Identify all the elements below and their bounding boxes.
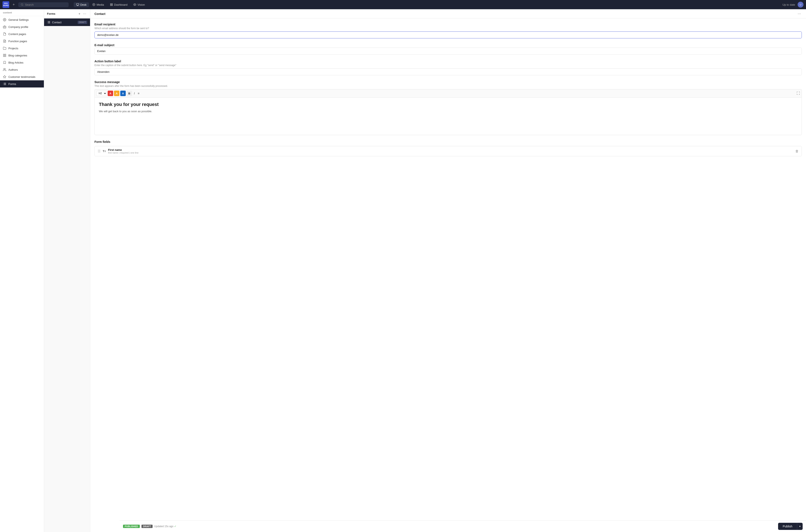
rte-btn-a-blue[interactable]: A bbox=[120, 91, 126, 96]
email-recipient-section: Email recipient Which email address shou… bbox=[94, 23, 802, 38]
main-header: Contact ⋯ bbox=[90, 9, 806, 18]
form-item-name-contact: Contact bbox=[52, 21, 76, 24]
add-button[interactable]: + bbox=[13, 2, 15, 7]
rte-body: We will get back to you as soon as possi… bbox=[99, 110, 798, 113]
form-fields-section: Form fields ☰ Tт First name first name |… bbox=[94, 140, 802, 156]
success-message-hint: This text appears after the form has bee… bbox=[94, 84, 802, 88]
rte-heading-select[interactable]: H2 H1 H3 P bbox=[96, 91, 107, 96]
sidebar-item-content-pages[interactable]: Content pages bbox=[0, 31, 44, 38]
publish-dropdown-button[interactable]: ▾ bbox=[797, 523, 803, 530]
form-fields-title: Form fields bbox=[94, 140, 802, 144]
search-icon bbox=[21, 3, 23, 6]
top-navigation: DFK NORD + Desk Media Dashboard Vision U… bbox=[0, 0, 806, 9]
nav-media[interactable]: Media bbox=[90, 2, 107, 7]
middle-panel-actions: + ⋯ bbox=[78, 11, 87, 16]
field-drag-handle[interactable]: ☰ bbox=[98, 149, 100, 153]
bottom-bar-left: PUBLISHED DRAFT Updated 15s ago ✓ bbox=[123, 525, 176, 528]
field-info-first-name: First name first name | required | one l… bbox=[108, 148, 793, 154]
sidebar-label-projects: Projects bbox=[8, 47, 18, 50]
updated-text: Updated 15s ago ✓ bbox=[154, 525, 176, 528]
svg-point-11 bbox=[134, 4, 135, 5]
svg-rect-13 bbox=[3, 26, 6, 28]
email-recipient-hint: Which email address should the form be s… bbox=[94, 27, 802, 30]
form-field-row-first-name: ☰ Tт First name first name | required | … bbox=[94, 146, 802, 156]
field-type-text-icon: Tт bbox=[102, 150, 106, 153]
sidebar-label-general-settings: General Settings bbox=[8, 18, 29, 21]
sidebar-header: content bbox=[0, 9, 44, 16]
nav-desk[interactable]: Desk bbox=[74, 2, 89, 7]
sidebar-label-function-pages: Function pages bbox=[8, 40, 27, 43]
bottom-bar: PUBLISHED DRAFT Updated 15s ago ✓ Publis… bbox=[120, 520, 806, 532]
sidebar-item-projects[interactable]: Projects bbox=[0, 45, 44, 52]
action-button-label-section: Action button label Enter the caption of… bbox=[94, 60, 802, 75]
vision-icon bbox=[133, 3, 136, 6]
email-recipient-label: Email recipient bbox=[94, 23, 802, 26]
success-message-section: Success message This text appears after … bbox=[94, 80, 802, 135]
sidebar-label-company-profile: Company profile bbox=[8, 25, 28, 28]
publish-actions: Publish ▾ bbox=[778, 523, 803, 530]
search-bar[interactable] bbox=[18, 2, 69, 7]
uptodate-status: Up to date bbox=[783, 3, 795, 6]
svg-rect-19 bbox=[5, 56, 6, 57]
svg-point-12 bbox=[4, 19, 5, 20]
main-more-button[interactable]: ⋯ bbox=[797, 11, 802, 16]
publish-button[interactable]: Publish bbox=[778, 523, 797, 530]
user-avatar[interactable]: U bbox=[798, 2, 804, 7]
svg-point-21 bbox=[4, 69, 5, 70]
middle-panel-title: Forms bbox=[47, 12, 55, 15]
badge-draft: DRAFT bbox=[142, 525, 153, 528]
form-item-icon bbox=[47, 21, 50, 24]
star-icon bbox=[3, 75, 6, 78]
svg-rect-8 bbox=[112, 4, 113, 4]
sidebar-item-customer-testimonials[interactable]: Customer testimonials bbox=[0, 73, 44, 80]
sidebar-label-forms: Forms bbox=[8, 82, 16, 86]
sidebar-item-function-pages[interactable]: Function pages bbox=[0, 38, 44, 45]
sidebar-item-company-profile[interactable]: Company profile bbox=[0, 23, 44, 31]
svg-rect-17 bbox=[3, 54, 4, 55]
form-item-contact[interactable]: Contact DRAFT bbox=[44, 18, 90, 26]
media-icon bbox=[92, 3, 95, 6]
list-icon bbox=[3, 82, 6, 86]
svg-rect-20 bbox=[3, 56, 4, 57]
rte-btn-a-red[interactable]: A bbox=[108, 91, 113, 96]
more-forms-button[interactable]: ⋯ bbox=[82, 11, 87, 16]
sidebar-item-general-settings[interactable]: General Settings bbox=[0, 16, 44, 23]
rte-btn-italic[interactable]: I bbox=[133, 91, 136, 96]
rte-expand-button[interactable]: ⛶ bbox=[796, 92, 800, 95]
sidebar-item-forms[interactable]: Forms bbox=[0, 80, 44, 88]
dashboard-icon bbox=[110, 3, 113, 6]
svg-point-5 bbox=[93, 3, 95, 6]
email-recipient-input[interactable] bbox=[94, 32, 802, 38]
nav-vision[interactable]: Vision bbox=[131, 2, 147, 7]
field-name-first-name: First name bbox=[108, 148, 793, 151]
middle-panel: Forms + ⋯ Contact DRAFT bbox=[44, 9, 90, 532]
sidebar-label-blog-categories: Blog categories bbox=[8, 54, 27, 57]
action-button-label-input[interactable] bbox=[94, 69, 802, 75]
sidebar-item-authors[interactable]: Authors bbox=[0, 66, 44, 73]
file-text-icon bbox=[3, 39, 6, 43]
add-form-button[interactable]: + bbox=[78, 11, 81, 16]
rte-content-area[interactable]: Thank you for your request We will get b… bbox=[94, 97, 802, 135]
svg-rect-7 bbox=[110, 4, 111, 4]
sidebar-item-blog-articles[interactable]: Blog Articles bbox=[0, 59, 44, 66]
logo[interactable]: DFK NORD bbox=[2, 1, 9, 8]
nav-links: Desk Media Dashboard Vision bbox=[74, 2, 148, 7]
bookmark-icon bbox=[3, 61, 6, 64]
rte-btn-bold[interactable]: B bbox=[127, 91, 132, 96]
email-subject-label: E-mail subject bbox=[94, 43, 802, 47]
nav-dashboard[interactable]: Dashboard bbox=[108, 2, 130, 7]
users-icon bbox=[3, 68, 6, 71]
search-input[interactable] bbox=[25, 3, 66, 6]
logo-icon: DFK NORD bbox=[2, 1, 9, 8]
email-subject-input[interactable] bbox=[94, 48, 802, 55]
rte-heading: Thank you for your request bbox=[99, 102, 798, 107]
sidebar-label-blog-articles: Blog Articles bbox=[8, 61, 23, 64]
rte-btn-align[interactable]: ≡ bbox=[137, 91, 140, 96]
svg-marker-6 bbox=[94, 4, 94, 5]
checkmark-icon: ✓ bbox=[174, 525, 176, 528]
gear-icon bbox=[3, 18, 6, 21]
rte-btn-a-yellow[interactable]: A bbox=[114, 91, 119, 96]
main-body: Email recipient Which email address shou… bbox=[90, 18, 806, 178]
field-delete-button-first-name[interactable]: 🗑 bbox=[795, 149, 799, 153]
sidebar-item-blog-categories[interactable]: Blog categories bbox=[0, 52, 44, 59]
